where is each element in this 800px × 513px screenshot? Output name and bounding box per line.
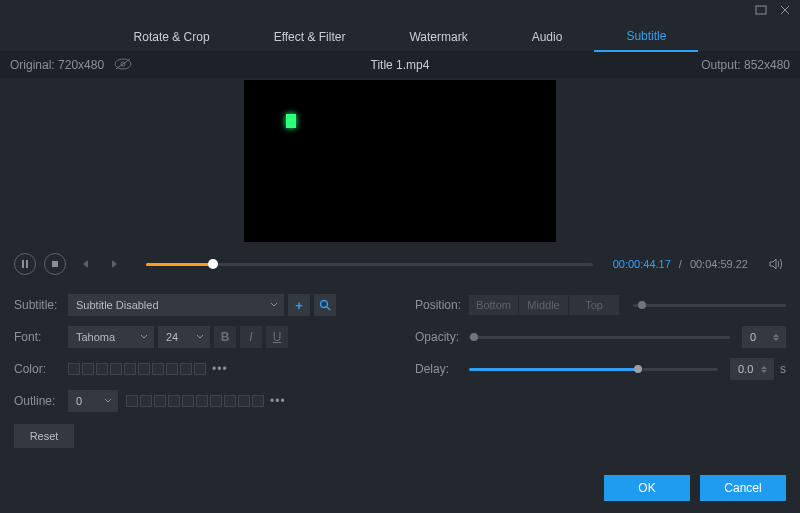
volume-icon[interactable] bbox=[764, 253, 786, 275]
delay-slider[interactable] bbox=[469, 368, 718, 371]
video-preview[interactable] bbox=[244, 80, 556, 242]
outline-color-swatches[interactable]: ••• bbox=[126, 394, 286, 408]
position-segmented: Bottom Middle Top bbox=[469, 295, 619, 315]
time-separator: / bbox=[679, 258, 682, 270]
time-duration: 00:04:59.22 bbox=[690, 258, 748, 270]
pause-button[interactable] bbox=[14, 253, 36, 275]
italic-button[interactable]: I bbox=[240, 326, 262, 348]
delay-label: Delay: bbox=[415, 362, 469, 376]
delay-unit: s bbox=[780, 362, 786, 376]
position-top[interactable]: Top bbox=[569, 295, 619, 315]
opacity-value[interactable]: 0 bbox=[742, 326, 786, 348]
next-button[interactable] bbox=[104, 253, 126, 275]
tab-bar: Rotate & Crop Effect & Filter Watermark … bbox=[0, 22, 800, 52]
add-subtitle-button[interactable]: + bbox=[288, 294, 310, 316]
delay-value[interactable]: 0.0 bbox=[730, 358, 774, 380]
tab-rotate-crop[interactable]: Rotate & Crop bbox=[102, 22, 242, 52]
color-label: Color: bbox=[14, 362, 68, 376]
subtitle-settings-left: Subtitle: Subtitle Disabled + Font: Taho… bbox=[14, 290, 385, 448]
cancel-button[interactable]: Cancel bbox=[700, 475, 786, 501]
svg-rect-4 bbox=[22, 260, 24, 268]
position-label: Position: bbox=[415, 298, 469, 312]
tab-subtitle[interactable]: Subtitle bbox=[594, 22, 698, 52]
preview-info-bar: Original: 720x480 Title 1.mp4 Output: 85… bbox=[0, 52, 800, 78]
position-bottom[interactable]: Bottom bbox=[469, 295, 519, 315]
subtitle-settings-right: Position: Bottom Middle Top Opacity: 0 D… bbox=[415, 290, 786, 448]
preview-stage bbox=[0, 78, 800, 246]
font-label: Font: bbox=[14, 330, 68, 344]
position-middle[interactable]: Middle bbox=[519, 295, 569, 315]
position-slider[interactable] bbox=[633, 304, 786, 307]
search-subtitle-button[interactable] bbox=[314, 294, 336, 316]
tab-audio[interactable]: Audio bbox=[500, 22, 595, 52]
close-icon[interactable] bbox=[778, 3, 792, 20]
opacity-slider[interactable] bbox=[469, 336, 730, 339]
tab-watermark[interactable]: Watermark bbox=[377, 22, 499, 52]
underline-button[interactable]: U bbox=[266, 326, 288, 348]
video-content-indicator bbox=[286, 114, 296, 128]
maximize-icon[interactable] bbox=[754, 3, 768, 20]
color-more-icon[interactable]: ••• bbox=[212, 362, 228, 376]
svg-line-8 bbox=[327, 307, 330, 310]
stop-button[interactable] bbox=[44, 253, 66, 275]
time-current: 00:00:44.17 bbox=[613, 258, 671, 270]
ok-button[interactable]: OK bbox=[604, 475, 690, 501]
visibility-toggle-icon[interactable] bbox=[114, 58, 132, 73]
outline-label: Outline: bbox=[14, 394, 68, 408]
output-label: Output: 852x480 bbox=[701, 58, 790, 72]
color-swatches[interactable]: ••• bbox=[68, 362, 228, 376]
outline-width-select[interactable]: 0 bbox=[68, 390, 118, 412]
svg-point-7 bbox=[321, 301, 328, 308]
subtitle-select[interactable]: Subtitle Disabled bbox=[68, 294, 284, 316]
svg-rect-5 bbox=[26, 260, 28, 268]
chevron-down-icon bbox=[196, 331, 204, 343]
chevron-down-icon bbox=[270, 299, 278, 311]
opacity-label: Opacity: bbox=[415, 330, 469, 344]
transport-bar: 00:00:44.17/00:04:59.22 bbox=[0, 246, 800, 282]
bold-button[interactable]: B bbox=[214, 326, 236, 348]
svg-rect-6 bbox=[52, 261, 58, 267]
font-size-select[interactable]: 24 bbox=[158, 326, 210, 348]
font-select[interactable]: Tahoma bbox=[68, 326, 154, 348]
chevron-down-icon bbox=[140, 331, 148, 343]
chevron-down-icon bbox=[104, 395, 112, 407]
svg-rect-0 bbox=[756, 6, 766, 14]
prev-button[interactable] bbox=[74, 253, 96, 275]
original-label: Original: 720x480 bbox=[10, 58, 104, 72]
subtitle-label: Subtitle: bbox=[14, 298, 68, 312]
seek-slider[interactable] bbox=[146, 263, 593, 266]
tab-effect-filter[interactable]: Effect & Filter bbox=[242, 22, 378, 52]
reset-button[interactable]: Reset bbox=[14, 424, 74, 448]
outline-more-icon[interactable]: ••• bbox=[270, 394, 286, 408]
